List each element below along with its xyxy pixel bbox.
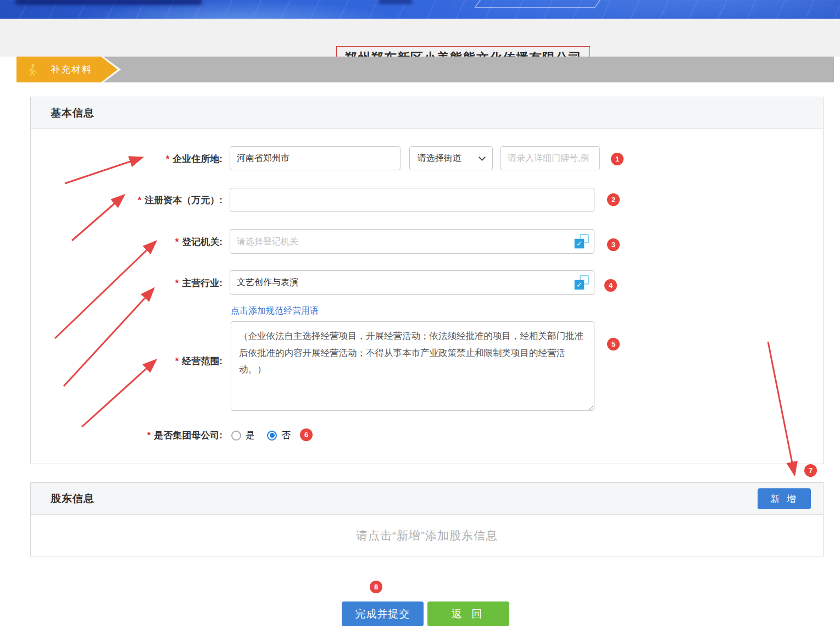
shareholders-title: 股东信息 <box>51 492 94 506</box>
registered-capital-input[interactable] <box>230 188 594 212</box>
annotation-badge-2: 2 <box>607 193 620 206</box>
business-scope-label: *经营范围: <box>25 355 222 367</box>
submit-button[interactable]: 完成并提交 <box>342 601 424 626</box>
step-tab-supplementary-materials[interactable]: 补充材料 <box>16 57 118 82</box>
banner-trapezoid-decoration <box>474 0 601 8</box>
annotation-badge-7: 7 <box>804 464 817 477</box>
banner-decoration <box>379 0 412 4</box>
annotation-badge-6: 6 <box>300 428 313 441</box>
top-banner <box>0 0 840 19</box>
is-group-parent-radio-group: 是 否 <box>231 429 298 442</box>
title-strip: 郑州郑东新区小美熊熊文化传播有限公司 <box>0 19 840 57</box>
annotation-badge-4: 4 <box>604 279 617 292</box>
radio-no[interactable] <box>267 431 277 441</box>
is-group-parent-label: *是否集团母公司: <box>25 429 222 442</box>
annotation-badge-1: 1 <box>611 153 624 165</box>
shareholders-header: 股东信息 新 增 <box>31 483 823 515</box>
annotation-badge-5: 5 <box>607 338 620 350</box>
required-asterisk: * <box>147 430 151 441</box>
business-scope-textarea[interactable]: （企业依法自主选择经营项目，开展经营活动；依法须经批准的项目，经相关部门批准后依… <box>231 321 594 411</box>
step-tab-label: 补充材料 <box>51 63 92 76</box>
basic-info-title: 基本信息 <box>51 106 94 120</box>
basic-info-header: 基本信息 <box>31 97 823 129</box>
add-standard-terms-link[interactable]: 点击添加规范经营用语 <box>231 305 319 317</box>
address-region-input[interactable] <box>230 146 400 170</box>
select-picker-icon[interactable] <box>574 275 589 290</box>
annotation-badge-8: 8 <box>370 581 382 593</box>
required-asterisk: * <box>175 356 179 366</box>
required-asterisk: * <box>166 154 170 164</box>
registered-capital-label: *注册资本（万元）: <box>25 194 222 207</box>
registration-authority-input[interactable] <box>230 229 594 254</box>
select-picker-icon[interactable] <box>574 234 589 249</box>
radio-yes-label[interactable]: 是 <box>246 429 255 442</box>
walking-person-icon <box>26 63 38 76</box>
street-select[interactable]: 请选择街道 <box>409 146 493 170</box>
banner-logo-smudge <box>15 0 202 5</box>
page: 郑州郑东新区小美熊熊文化传播有限公司 补充材料 基本信息 *企业住所地: 请选择… <box>0 0 840 635</box>
main-industry-label: *主营行业: <box>25 277 222 289</box>
required-asterisk: * <box>138 195 142 205</box>
radio-no-label[interactable]: 否 <box>281 429 291 442</box>
step-bar: 补充材料 <box>16 57 834 82</box>
add-shareholder-button[interactable]: 新 增 <box>758 488 811 509</box>
main-industry-input[interactable] <box>230 270 594 295</box>
shareholders-panel: 股东信息 新 增 请点击“新增”添加股东信息 <box>30 482 824 556</box>
street-select-value: 请选择街道 <box>418 153 461 164</box>
back-button[interactable]: 返 回 <box>427 601 509 626</box>
address-detail-input[interactable] <box>500 146 600 170</box>
annotation-badge-3: 3 <box>607 238 620 251</box>
shareholders-empty-text: 请点击“新增”添加股东信息 <box>31 515 823 556</box>
radio-yes[interactable] <box>231 431 241 441</box>
chevron-down-icon <box>479 154 486 161</box>
address-label: *企业住所地: <box>25 153 222 165</box>
required-asterisk: * <box>175 278 179 288</box>
registration-authority-label: *登记机关: <box>25 236 222 248</box>
required-asterisk: * <box>175 237 179 247</box>
